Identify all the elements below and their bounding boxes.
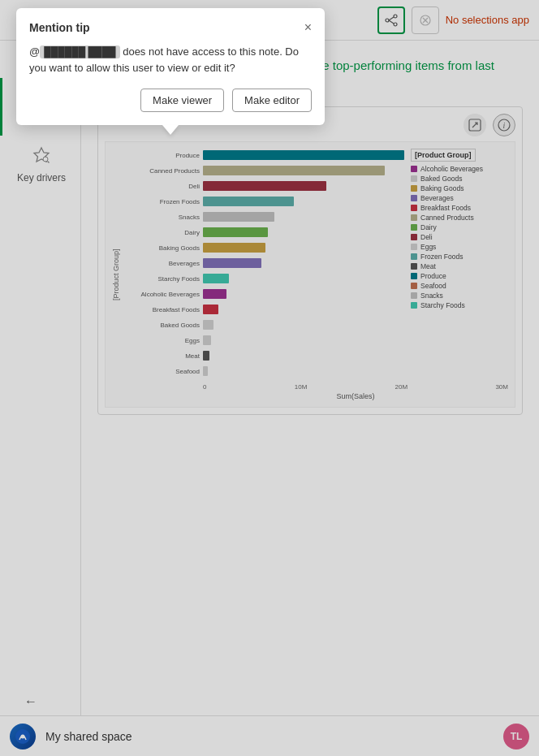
modal-close-button[interactable]: × (304, 21, 312, 34)
modal-body: @██████ ████ does not have access to thi… (29, 44, 312, 76)
make-editor-button[interactable]: Make editor (232, 89, 312, 112)
modal-tail (162, 125, 179, 135)
modal-actions: Make viewer Make editor (29, 89, 312, 112)
modal-at-prefix: @ (29, 45, 40, 58)
mention-tip-modal: Mention tip × @██████ ████ does not have… (16, 8, 325, 125)
modal-header: Mention tip × (29, 21, 312, 34)
modal-mention-user: ██████ ████ (40, 45, 119, 58)
make-viewer-button[interactable]: Make viewer (140, 89, 224, 112)
modal-title: Mention tip (29, 21, 90, 34)
modal-overlay: Mention tip × @██████ ████ does not have… (0, 0, 539, 756)
